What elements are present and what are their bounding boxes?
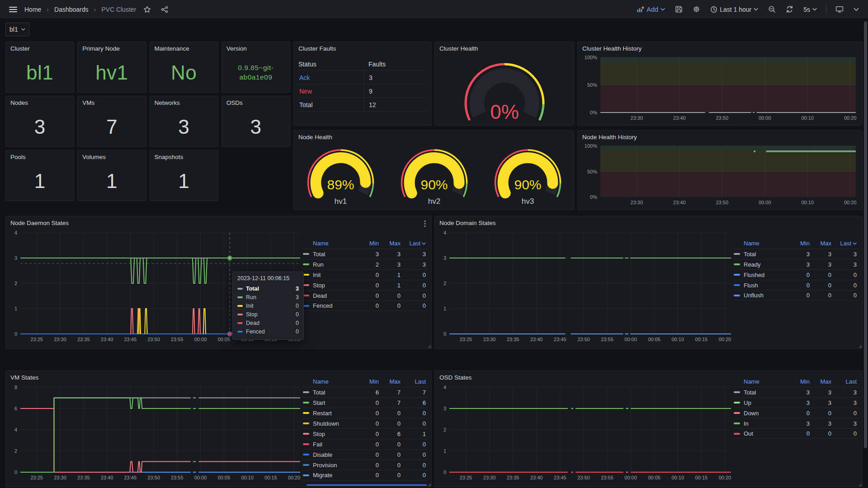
faults-col-status[interactable]: Status — [298, 61, 364, 68]
refresh-icon[interactable] — [783, 4, 796, 15]
tv-mode-icon[interactable] — [833, 4, 846, 15]
panel-title[interactable]: Cluster Faults — [294, 42, 431, 52]
stat-title[interactable]: Nodes — [6, 96, 74, 106]
variable-dropdown[interactable]: bl1 — [5, 23, 29, 36]
series-last: 0 — [402, 272, 428, 278]
series-toggle[interactable]: Stop — [303, 282, 361, 289]
stat-title[interactable]: Version — [222, 42, 290, 52]
top-navbar: Home › Dashboards › PVC Cluster Add — [0, 0, 868, 19]
series-toggle[interactable]: Fail — [303, 441, 361, 448]
series-toggle[interactable]: Total — [734, 389, 792, 396]
series-toggle[interactable]: Ready — [734, 261, 792, 268]
panel-resize-handle[interactable] — [428, 345, 431, 348]
legend-col-last[interactable]: Last — [833, 240, 859, 247]
stat-title[interactable]: Primary Node — [78, 42, 146, 52]
series-toggle[interactable]: Dead — [303, 292, 361, 299]
series-min: 0 — [361, 272, 381, 278]
panel-resize-handle[interactable] — [859, 483, 862, 486]
series-min: 0 — [361, 472, 381, 479]
series-toggle[interactable]: Stop — [303, 431, 361, 437]
legend-col-name[interactable]: Name — [734, 240, 792, 247]
legend-col-min[interactable]: Min — [361, 378, 381, 385]
series-toggle[interactable]: Disable — [303, 451, 361, 458]
series-toggle[interactable]: Total — [303, 389, 361, 396]
legend-col-name[interactable]: Name — [303, 240, 361, 247]
stat-title[interactable]: Snapshots — [150, 150, 218, 160]
panel-title[interactable]: Node Health — [294, 131, 574, 141]
vm-legend-scrollbar[interactable] — [307, 484, 427, 486]
series-toggle[interactable]: Fenced — [303, 302, 361, 309]
series-toggle[interactable]: Total — [303, 251, 361, 258]
series-toggle[interactable]: Out — [734, 430, 792, 437]
stat-title[interactable]: VMs — [78, 96, 146, 106]
series-toggle[interactable]: Provision — [303, 462, 361, 469]
series-color-swatch — [303, 402, 309, 404]
panel-title[interactable]: Node Daemon States — [6, 216, 431, 226]
node-domain-states-chart[interactable]: 23:2523:3023:3523:4023:4523:5023:5500:00… — [438, 229, 733, 346]
legend-col-max[interactable]: Max — [811, 378, 833, 385]
refresh-interval-picker[interactable]: 5s — [801, 4, 820, 15]
save-icon[interactable] — [672, 4, 685, 15]
legend-col-name[interactable]: Name — [303, 378, 361, 385]
series-color-swatch — [734, 412, 740, 414]
chevron-down-icon — [660, 8, 665, 11]
panel-resize-handle[interactable] — [428, 483, 431, 486]
legend-col-max[interactable]: Max — [381, 240, 402, 247]
series-toggle[interactable]: Init — [303, 272, 361, 278]
svg-text:23:55: 23:55 — [171, 475, 184, 480]
star-icon[interactable] — [141, 4, 154, 15]
panel-title[interactable]: Cluster Health — [435, 42, 574, 52]
chevron-down-icon[interactable] — [851, 6, 862, 13]
legend-col-min[interactable]: Min — [792, 378, 811, 385]
series-toggle[interactable]: Flushed — [734, 272, 792, 278]
series-last: 6 — [402, 399, 428, 406]
legend-col-min[interactable]: Min — [361, 240, 381, 247]
page-scrollbar[interactable] — [864, 21, 867, 448]
stat-title[interactable]: Cluster — [6, 42, 74, 52]
stat-title[interactable]: Maintenance — [150, 42, 218, 52]
settings-gear-icon[interactable] — [690, 4, 703, 15]
series-last: 3 — [402, 251, 428, 258]
series-toggle[interactable]: Down — [734, 410, 792, 417]
breadcrumb-dashboards[interactable]: Dashboards — [54, 6, 89, 13]
time-range-picker[interactable]: Last 1 hour — [708, 4, 761, 15]
series-toggle[interactable]: Total — [734, 251, 792, 258]
legend-col-max[interactable]: Max — [811, 240, 833, 247]
share-icon[interactable] — [158, 4, 171, 15]
panel-title[interactable]: Node Health History — [578, 131, 862, 141]
series-color-swatch — [303, 263, 309, 265]
legend-col-max[interactable]: Max — [381, 378, 402, 385]
zoom-out-icon[interactable] — [765, 4, 778, 15]
series-toggle[interactable]: Flush — [734, 282, 792, 289]
series-toggle[interactable]: Restart — [303, 410, 361, 417]
stat-title[interactable]: Volumes — [78, 150, 146, 160]
legend-col-name[interactable]: Name — [734, 378, 792, 385]
osd-states-chart[interactable]: 23:2523:3023:3523:4023:4523:5023:5500:00… — [438, 384, 733, 484]
panel-title[interactable]: Cluster Health History — [578, 42, 862, 52]
breadcrumb-home[interactable]: Home — [24, 6, 41, 13]
series-toggle[interactable]: Migrate — [303, 472, 361, 479]
legend-col-min[interactable]: Min — [792, 240, 811, 247]
legend-col-last[interactable]: Last — [402, 240, 428, 247]
series-toggle[interactable]: Unflush — [734, 292, 792, 299]
panel-resize-handle[interactable] — [859, 345, 862, 348]
stat-title[interactable]: Networks — [150, 96, 218, 106]
add-button[interactable]: Add — [634, 4, 668, 15]
faults-col-faults[interactable]: Faults — [364, 61, 426, 68]
legend-col-last[interactable]: Last — [402, 378, 428, 385]
series-toggle[interactable]: Start — [303, 399, 361, 406]
stat-title[interactable]: Pools — [6, 150, 74, 160]
menu-icon[interactable] — [6, 4, 20, 15]
series-toggle[interactable]: Shutdown — [303, 420, 361, 427]
panel-title[interactable]: Node Domain States — [435, 216, 862, 226]
stat-title[interactable]: OSDs — [222, 96, 290, 106]
vm-states-chart[interactable]: 23:2523:3023:3523:4023:4523:5023:5500:00… — [9, 384, 302, 484]
legend-col-last[interactable]: Last — [833, 378, 859, 385]
series-toggle[interactable]: Run — [303, 261, 361, 268]
series-toggle[interactable]: In — [734, 420, 792, 427]
cluster-health-history-chart[interactable]: 23:3023:4023:5000:0000:1000:200%50%100% — [580, 55, 859, 122]
node-health-history-chart[interactable]: 23:3023:4023:5000:0000:1000:200%50%100% — [580, 143, 859, 207]
series-toggle[interactable]: Up — [734, 399, 792, 406]
panel-menu-icon[interactable] — [422, 219, 428, 230]
series-name: Unflush — [744, 292, 764, 299]
